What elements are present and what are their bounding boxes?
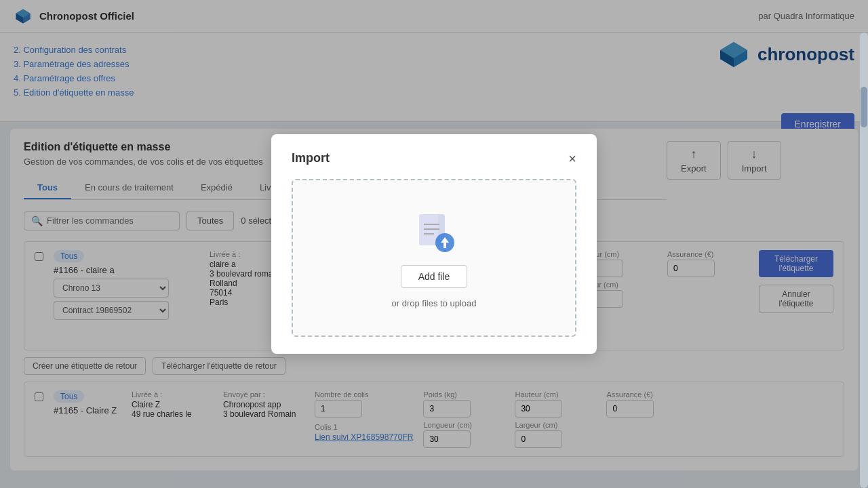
scrollbar[interactable] [860, 33, 868, 488]
import-modal: Import × Add file or drop files to u [271, 134, 597, 354]
modal-close-button[interactable]: × [568, 152, 576, 165]
drop-zone[interactable]: Add file or drop files to upload [292, 179, 576, 337]
modal-overlay: Import × Add file or drop files to u [0, 33, 868, 488]
drop-text: or drop files to upload [391, 298, 476, 308]
upload-illustration [407, 207, 461, 255]
scrollbar-thumb[interactable] [861, 87, 867, 127]
modal-title: Import [292, 151, 330, 165]
add-file-button[interactable]: Add file [401, 265, 468, 288]
modal-header: Import × [292, 151, 576, 165]
